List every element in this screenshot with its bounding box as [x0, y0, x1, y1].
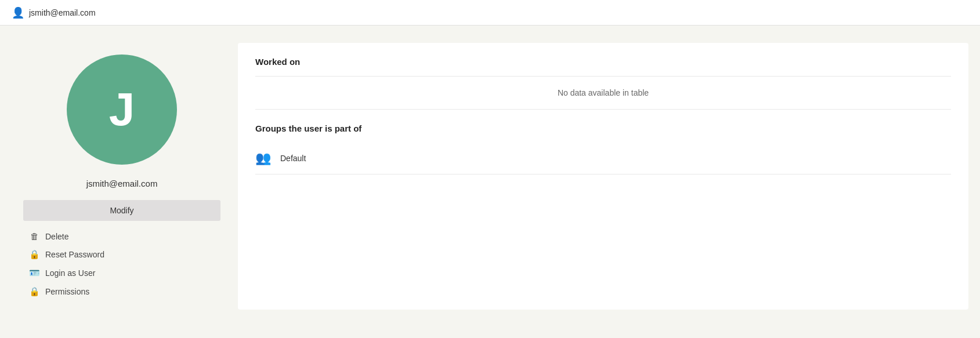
- action-list: 🗑 Delete 🔒 Reset Password 🪪 Login as Use…: [23, 230, 220, 298]
- group-icon: 👥: [255, 151, 271, 166]
- left-panel: J jsmith@email.com Modify 🗑 Delete 🔒 Res…: [12, 43, 232, 310]
- reset-password-label: Reset Password: [45, 250, 104, 259]
- groups-section: Groups the user is part of 👥 Default: [255, 123, 951, 175]
- login-as-user-label: Login as User: [45, 268, 95, 278]
- worked-on-title: Worked on: [255, 57, 951, 67]
- login-as-user-action[interactable]: 🪪 Login as User: [29, 267, 215, 279]
- group-name: Default: [280, 154, 306, 163]
- group-item: 👥 Default: [255, 143, 951, 175]
- main-content: J jsmith@email.com Modify 🗑 Delete 🔒 Res…: [0, 26, 980, 327]
- top-bar-email: jsmith@email.com: [29, 8, 96, 17]
- avatar-letter: J: [109, 83, 135, 136]
- delete-label: Delete: [45, 232, 68, 241]
- delete-action[interactable]: 🗑 Delete: [29, 230, 215, 242]
- top-bar: 👤 jsmith@email.com: [0, 0, 980, 26]
- person-icon: 👤: [12, 6, 24, 19]
- avatar: J: [67, 54, 177, 165]
- id-card-icon: 🪪: [29, 268, 39, 278]
- lock-icon-permissions: 🔒: [29, 286, 39, 297]
- groups-title: Groups the user is part of: [255, 123, 951, 133]
- permissions-action[interactable]: 🔒 Permissions: [29, 285, 215, 298]
- user-email-label: jsmith@email.com: [86, 179, 158, 188]
- reset-password-action[interactable]: 🔒 Reset Password: [29, 248, 215, 261]
- delete-icon: 🗑: [29, 231, 39, 241]
- no-data-message: No data available in table: [255, 76, 951, 110]
- top-bar-user: 👤 jsmith@email.com: [12, 6, 96, 19]
- permissions-label: Permissions: [45, 287, 89, 296]
- right-panel: Worked on No data available in table Gro…: [238, 43, 968, 310]
- modify-button[interactable]: Modify: [23, 200, 220, 221]
- lock-icon-reset: 🔒: [29, 249, 39, 260]
